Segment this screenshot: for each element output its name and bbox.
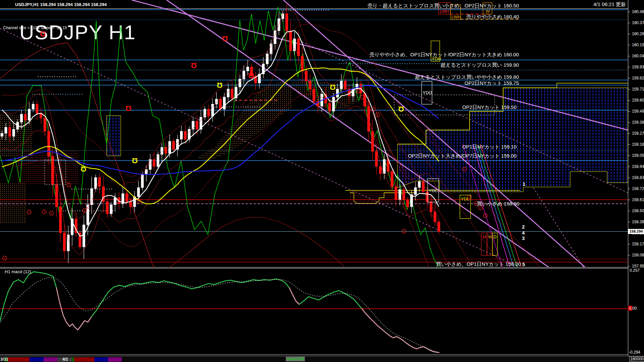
- candle-body: [48, 131, 50, 157]
- axis-tick: [628, 111, 630, 112]
- trading-terminal-window: USDJPY H1 USDJPY,H1 158.294 158.294 158.…: [0, 0, 644, 362]
- candle-body: [418, 182, 421, 188]
- last-updated-timestamp: 4/1 06:21 更新: [593, 1, 626, 8]
- candle-body: [395, 187, 397, 200]
- price-axis-label: 158.390: [632, 220, 644, 224]
- price-axis-label: 159.160: [632, 142, 644, 147]
- date-label-start: 3/31: [0, 357, 8, 362]
- blue-cloud: [107, 116, 121, 156]
- omega-marker-yellow: Ω: [330, 83, 336, 92]
- omega-marker-yellow: Ω: [80, 165, 87, 173]
- price-axis-label: 159.270: [632, 131, 644, 136]
- candle-body: [328, 103, 331, 111]
- price-level-annotation: 買い小さめ 158.60: [477, 201, 519, 207]
- price-axis-label: 160.480: [632, 9, 644, 14]
- candle-body: [239, 79, 241, 87]
- session-color-segment: [74, 357, 94, 362]
- tag-label-ydc: YDC: [429, 188, 438, 193]
- candle-body: [297, 39, 300, 56]
- candle-body: [9, 127, 11, 136]
- candle-body: [293, 39, 296, 51]
- price-axis-label: 159.050: [632, 153, 644, 158]
- axis-tick: [628, 78, 630, 78]
- omega-marker-red: Ω: [222, 35, 228, 43]
- axis-tick: [628, 133, 630, 134]
- price-axis-label: 157.950: [632, 264, 644, 268]
- candle-body: [285, 14, 288, 31]
- macd-toggle-button[interactable]: macd ON: [286, 357, 305, 361]
- candle-body: [278, 19, 280, 31]
- omega-marker-red: Ω: [40, 30, 46, 38]
- session-color-segment: [8, 357, 30, 362]
- candle-body: [402, 190, 405, 200]
- macd-bottom-separator: [0, 355, 644, 355]
- axis-tick: [628, 23, 630, 23]
- axis-tick: [628, 67, 630, 67]
- candle-body: [344, 81, 346, 89]
- candle-body: [247, 67, 249, 71]
- candle-body: [20, 114, 22, 122]
- candle-body: [161, 147, 163, 155]
- omega-marker-red: Ω: [125, 104, 131, 113]
- signal-circle-dot: [373, 109, 373, 110]
- axis-tick: [628, 200, 630, 200]
- session-color-segment: [108, 357, 122, 362]
- price-axis-label: 160.150: [632, 43, 644, 47]
- tag-label-w: W: [488, 234, 492, 239]
- price-axis-label: 158.500: [632, 208, 644, 213]
- price-axis-label: 159.820: [632, 76, 644, 80]
- price-level-annotation: 売りやや小さめ 160.40: [466, 14, 519, 20]
- signal-circle-dot: [404, 231, 405, 232]
- candle-body: [340, 81, 342, 89]
- candle-body: [414, 188, 417, 195]
- axis-tick: [628, 45, 630, 45]
- candle-body: [184, 131, 186, 139]
- main-price-chart[interactable]: ΩΩΩΩΩΩΩΩΩΩLMHLWHWYDHYDOYDCYDLMWD12435: [0, 0, 628, 267]
- axis-tick: [628, 156, 630, 156]
- signal-circle-dot: [51, 213, 52, 214]
- price-level-annotation: OP2日NYカット大きめ/OP7日NYカット 159.00: [408, 153, 517, 159]
- signal-circle-dot: [84, 210, 85, 211]
- candle-body: [227, 89, 229, 97]
- candle-body: [94, 178, 97, 189]
- candle-body: [180, 131, 182, 139]
- price-axis-label: 158.170: [632, 242, 644, 246]
- tag-label-w: W: [486, 9, 490, 14]
- channel-info-label: Channel size = 1104 Slope = -18.15: [3, 25, 67, 30]
- candle-body: [51, 157, 54, 185]
- candle-body: [129, 202, 132, 207]
- price-axis-label: 160.370: [632, 20, 644, 25]
- signal-circle-dot: [4, 258, 5, 258]
- axis-tick: [628, 12, 630, 12]
- session-color-segment: [44, 357, 57, 362]
- macd-pane-title: H1 macd (12): [5, 269, 31, 274]
- tag-label-ydl: YDL: [461, 196, 469, 201]
- time-axis-bar[interactable]: 3/31 4/1 macd ON: [0, 356, 644, 362]
- price-axis-label: 158.720: [632, 186, 644, 191]
- axis-tick: [628, 144, 630, 145]
- tag-label-d: D: [493, 234, 496, 239]
- macd-main-line: [0, 272, 439, 353]
- ma-line: [2, 9, 439, 219]
- candle-body: [399, 190, 401, 200]
- candle-body: [165, 147, 167, 154]
- price-axis-label: 158.060: [632, 253, 644, 257]
- omega-marker-yellow: Ω: [132, 157, 138, 165]
- signal-circle-dot: [29, 212, 30, 213]
- price-level-annotation: 買い小さめ、OP1日NYカット 158.00: [436, 261, 521, 267]
- candle-body: [63, 233, 65, 251]
- price-level-annotation: OP2日NYカット 159.50: [462, 104, 517, 111]
- omega-marker-yellow: Ω: [398, 105, 404, 113]
- macd-indicator-pane[interactable]: [0, 268, 628, 355]
- price-level-annotation: 超えるとストップロス買いやや小さめ 159.80: [415, 74, 519, 80]
- axis-tick: [628, 255, 630, 255]
- price-axis-label: 159.600: [632, 98, 644, 103]
- candle-body: [55, 185, 58, 207]
- candle-body: [59, 207, 62, 233]
- candle-body: [24, 114, 26, 120]
- macd-min-value: -0.294: [629, 350, 640, 355]
- price-axis-label: 159.710: [632, 87, 644, 92]
- candle-body: [153, 160, 155, 167]
- sequence-number: 3: [522, 235, 525, 241]
- candle-body: [137, 188, 140, 197]
